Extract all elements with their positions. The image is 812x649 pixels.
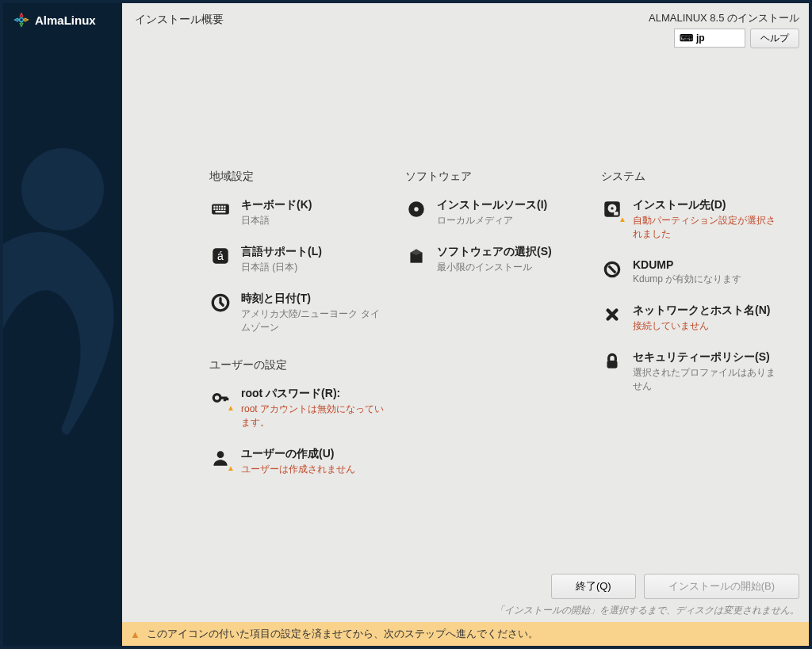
keyboard-icon: ⌨: [680, 32, 693, 44]
spoke-status: 日本語: [241, 214, 312, 227]
category-title: ソフトウェア: [405, 170, 581, 184]
spoke-lang[interactable]: á言語サポート(L)日本語 (日本): [209, 245, 385, 274]
category-title: システム: [601, 170, 777, 184]
svg-point-0: [20, 18, 24, 22]
spoke-label: root パスワード(R):: [241, 387, 385, 401]
spoke-status: ローカルメディア: [437, 214, 547, 227]
svg-rect-6: [221, 206, 223, 208]
svg-rect-9: [216, 208, 218, 210]
wrench-icon: [601, 258, 623, 281]
disk-icon: [601, 198, 623, 220]
spoke-clock[interactable]: 時刻と日付(T)アメリカ大陸/ニューヨーク タイムゾーン: [209, 292, 385, 334]
spoke-status: 接続していません: [633, 319, 770, 333]
svg-rect-24: [614, 212, 618, 215]
svg-rect-4: [216, 206, 218, 208]
product-label: ALMALINUX 8.5 のインストール: [649, 11, 799, 25]
begin-install-button[interactable]: インストールの開始(B): [644, 574, 799, 599]
svg-rect-13: [216, 211, 226, 212]
sidebar: AlmaLinux: [3, 3, 122, 646]
spoke-lock[interactable]: セキュリティーポリシー(S)選択されたプロファイルはありません: [601, 350, 777, 393]
help-button[interactable]: ヘルプ: [750, 29, 799, 48]
svg-text:á: á: [217, 250, 224, 262]
header: インストール概要 ALMALINUX 8.5 のインストール ⌨ jp ヘルプ: [122, 3, 809, 51]
spoke-label: ネットワークとホスト名(N): [633, 304, 770, 318]
box-icon: [405, 245, 427, 267]
spoke-keyboard[interactable]: キーボード(K)日本語: [209, 198, 385, 227]
footer: 終了(Q) インストールの開始(B) 「インストールの開始」を選択するまで、ディ…: [122, 567, 809, 622]
key-icon: [209, 387, 232, 409]
spoke-disk[interactable]: インストール先(D)自動パーティション設定が選択されました: [601, 198, 777, 241]
keyboard-icon: [209, 198, 232, 220]
svg-rect-11: [221, 208, 223, 210]
spoke-label: インストール先(D): [633, 198, 777, 212]
lang-icon: á: [209, 245, 232, 267]
spoke-label: 時刻と日付(T): [241, 292, 385, 306]
info-bar-text: このアイコンの付いた項目の設定を済ませてから、次のステップへ進んでください。: [147, 627, 538, 641]
quit-button[interactable]: 終了(Q): [551, 574, 636, 599]
spoke-status: 最小限のインストール: [437, 261, 552, 274]
spoke-status: 日本語 (日本): [241, 261, 322, 274]
svg-point-23: [611, 207, 613, 209]
spoke-status: Kdump が有効になります: [633, 273, 741, 286]
svg-point-1: [21, 148, 104, 231]
spoke-status: root アカウントは無効になっています。: [241, 403, 385, 429]
disc-icon: [405, 198, 427, 220]
spoke-status: 選択されたプロファイルはありません: [633, 366, 777, 393]
keyboard-layout-indicator[interactable]: ⌨ jp: [674, 29, 745, 48]
spoke-label: KDUMP: [633, 258, 741, 271]
page-title: インストール概要: [135, 11, 224, 27]
keyboard-layout-text: jp: [696, 32, 705, 44]
brand-text: AlmaLinux: [35, 13, 96, 27]
category-title: 地域設定: [209, 170, 385, 184]
spoke-box[interactable]: ソフトウェアの選択(S)最小限のインストール: [405, 245, 581, 274]
spoke-status: アメリカ大陸/ニューヨーク タイムゾーン: [241, 307, 385, 334]
main: インストール概要 ALMALINUX 8.5 のインストール ⌨ jp ヘルプ …: [122, 3, 809, 646]
spoke-key[interactable]: root パスワード(R):root アカウントは無効になっています。: [209, 387, 385, 429]
svg-rect-26: [607, 361, 618, 368]
spoke-label: 言語サポート(L): [241, 245, 322, 259]
lock-icon: [601, 350, 623, 372]
svg-rect-8: [213, 208, 215, 210]
spoke-status: ユーザーは作成されません: [241, 463, 355, 476]
clock-icon: [209, 292, 232, 314]
content: 地域設定キーボード(K)日本語á言語サポート(L)日本語 (日本)時刻と日付(T…: [122, 51, 809, 567]
info-bar[interactable]: ▲ このアイコンの付いた項目の設定を済ませてから、次のステップへ進んでください。: [122, 622, 809, 646]
spoke-label: ソフトウェアの選択(S): [437, 245, 552, 259]
spoke-status: 自動パーティション設定が選択されました: [633, 214, 777, 241]
spoke-label: インストールソース(I): [437, 198, 547, 212]
svg-point-17: [213, 395, 220, 402]
svg-point-18: [217, 451, 224, 458]
spoke-label: セキュリティーポリシー(S): [633, 350, 777, 365]
svg-rect-7: [224, 206, 225, 208]
sidebar-decoration-icon: [3, 138, 122, 455]
category-title: ユーザーの設定: [209, 358, 385, 372]
spoke-disc[interactable]: インストールソース(I)ローカルメディア: [405, 198, 581, 227]
spoke-network[interactable]: ネットワークとホスト名(N)接続していません: [601, 304, 777, 333]
svg-rect-3: [213, 206, 215, 208]
spoke-label: キーボード(K): [241, 198, 312, 212]
spoke-wrench[interactable]: KDUMPKdump が有効になります: [601, 258, 777, 286]
spoke-label: ユーザーの作成(U): [241, 447, 355, 461]
spoke-user[interactable]: ユーザーの作成(U)ユーザーは作成されません: [209, 447, 385, 476]
svg-rect-5: [219, 206, 220, 208]
svg-rect-12: [224, 208, 225, 210]
warning-icon: ▲: [130, 628, 140, 640]
network-icon: [601, 304, 623, 326]
footer-hint: 「インストールの開始」を選択するまで、ディスクは変更されません。: [132, 604, 799, 617]
svg-rect-10: [219, 208, 220, 210]
almalinux-logo-icon: [13, 11, 30, 29]
user-icon: [209, 447, 232, 469]
svg-point-20: [414, 207, 418, 211]
brand: AlmaLinux: [3, 3, 122, 29]
